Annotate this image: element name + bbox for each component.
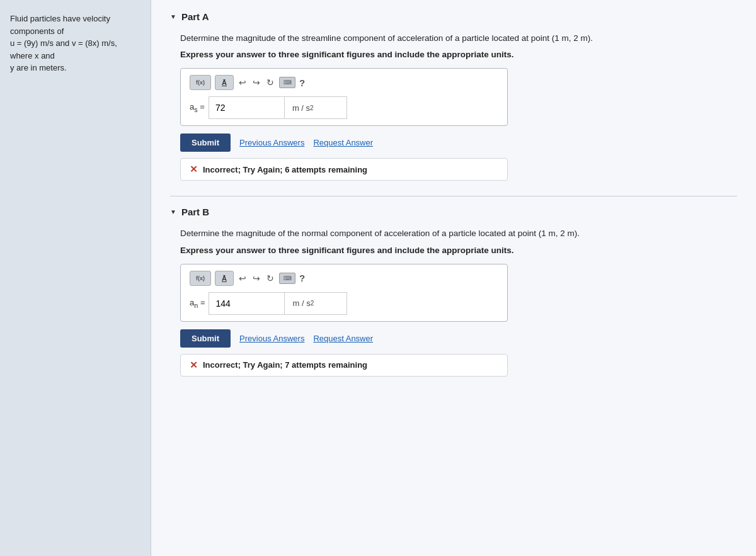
keyboard-icon[interactable]: ⌨ (279, 77, 295, 88)
part-a-instruction: Express your answer to three significant… (180, 50, 737, 59)
part-b-toolbar: f(x) Ā ↩ ↪ ↻ ⌨ ? (190, 271, 498, 286)
part-a-error-row: ✕ Incorrect; Try Again; 6 attempts remai… (180, 158, 508, 181)
part-b-title: Part B (181, 207, 209, 217)
part-b-instruction: Express your answer to three significant… (180, 246, 737, 255)
part-a-description: Determine the magnitude of the streamlin… (180, 32, 737, 45)
part-b-body: Determine the magnitude of the normal co… (180, 227, 737, 376)
help-icon[interactable]: ? (299, 77, 305, 88)
part-b-formula-icon[interactable]: f(x) (190, 271, 211, 286)
part-a-unit-display: m / s2 (284, 96, 347, 119)
part-b-unit-display: m / s2 (284, 292, 347, 315)
part-a-body: Determine the magnitude of the streamlin… (180, 32, 737, 181)
part-b-submit-button[interactable]: Submit (180, 329, 231, 348)
part-b-refresh-icon[interactable]: ↻ (265, 272, 275, 285)
formula-icon[interactable]: f(x) (190, 75, 211, 90)
part-a-error-text: Incorrect; Try Again; 6 attempts remaini… (203, 165, 367, 174)
part-a-title: Part A (181, 11, 209, 22)
part-b-previous-answers-button[interactable]: Previous Answers (239, 334, 304, 343)
part-b-error-row: ✕ Incorrect; Try Again; 7 attempts remai… (180, 354, 508, 377)
part-b-redo-icon[interactable]: ↪ (251, 272, 261, 285)
part-a-input-label: as = (190, 102, 205, 113)
sidebar: Fluid particles have velocity components… (0, 0, 151, 556)
part-a-answer-input[interactable]: 72 (209, 96, 284, 119)
part-a-error-icon: ✕ (190, 164, 198, 175)
part-b-input-label: an = (190, 298, 205, 309)
part-b-answer-input[interactable]: 144 (209, 292, 284, 315)
part-b-undo-icon[interactable]: ↩ (238, 272, 248, 285)
part-b-error-icon: ✕ (190, 360, 198, 371)
part-b-text-format-icon[interactable]: Ā (215, 271, 234, 286)
part-a-request-answer-button[interactable]: Request Answer (313, 138, 373, 147)
part-a-input-row: as = 72 m / s2 (190, 96, 498, 119)
part-b-request-answer-button[interactable]: Request Answer (313, 334, 373, 343)
part-a-previous-answers-button[interactable]: Previous Answers (239, 138, 304, 147)
part-a-answer-box: f(x) Ā ↩ ↪ ↻ ⌨ ? as = 72 m / s2 (180, 68, 508, 126)
part-b-description: Determine the magnitude of the normal co… (180, 227, 737, 240)
part-a-submit-button[interactable]: Submit (180, 133, 231, 152)
part-b-error-text: Incorrect; Try Again; 7 attempts remaini… (203, 360, 367, 370)
part-a-section: ▼ Part A Determine the magnitude of the … (170, 11, 737, 181)
part-b-input-row: an = 144 m / s2 (190, 292, 498, 315)
text-format-icon[interactable]: Ā (215, 75, 234, 90)
part-b-header: ▼ Part B (170, 207, 737, 217)
undo-icon[interactable]: ↩ (238, 76, 248, 89)
main-content: ▼ Part A Determine the magnitude of the … (151, 0, 756, 556)
part-b-action-row: Submit Previous Answers Request Answer (180, 329, 508, 348)
part-a-header: ▼ Part A (170, 11, 737, 22)
section-divider (170, 196, 737, 196)
redo-icon[interactable]: ↪ (251, 76, 261, 89)
sidebar-description: Fluid particles have velocity components… (10, 13, 140, 74)
part-b-answer-box: f(x) Ā ↩ ↪ ↻ ⌨ ? an = 144 m / s2 (180, 264, 508, 322)
part-a-action-row: Submit Previous Answers Request Answer (180, 133, 508, 152)
part-b-chevron-icon[interactable]: ▼ (170, 208, 176, 215)
part-a-toolbar: f(x) Ā ↩ ↪ ↻ ⌨ ? (190, 75, 498, 90)
part-a-chevron-icon[interactable]: ▼ (170, 13, 176, 20)
part-b-help-icon[interactable]: ? (299, 273, 305, 283)
part-b-keyboard-icon[interactable]: ⌨ (279, 273, 295, 284)
part-b-section: ▼ Part B Determine the magnitude of the … (170, 207, 737, 376)
refresh-icon[interactable]: ↻ (265, 76, 275, 89)
